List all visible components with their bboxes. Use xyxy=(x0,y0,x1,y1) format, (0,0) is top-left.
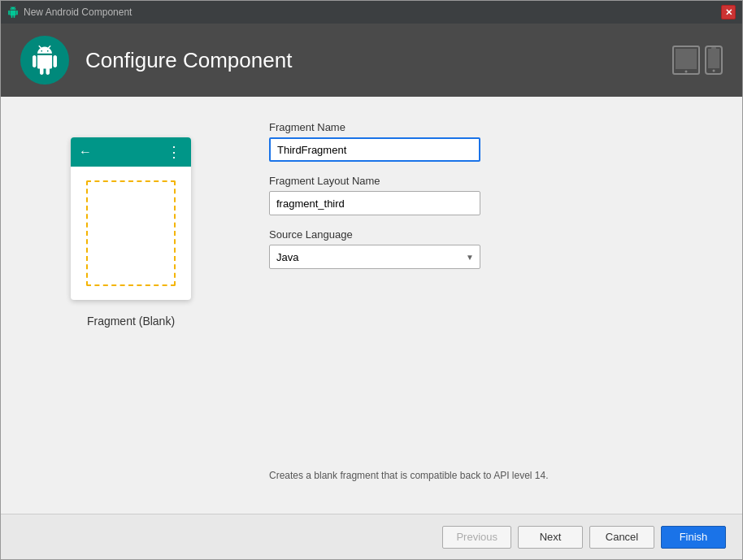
tablet-icon xyxy=(672,46,700,75)
next-button[interactable]: Next xyxy=(518,526,583,549)
source-language-label: Source Language xyxy=(269,228,718,241)
svg-point-2 xyxy=(685,71,688,73)
fragment-name-input[interactable] xyxy=(269,137,480,162)
fragment-preview: ← ⋮ xyxy=(71,137,191,300)
cancel-button[interactable]: Cancel xyxy=(589,526,654,549)
header: Configure Component xyxy=(1,24,742,97)
fragment-name-group: Fragment Name xyxy=(269,121,718,162)
description-text: Creates a blank fragment that is compati… xyxy=(269,470,549,481)
description-area: Creates a blank fragment that is compati… xyxy=(269,282,718,497)
svg-rect-6 xyxy=(711,48,716,49)
preview-body xyxy=(71,167,191,300)
phone-icon xyxy=(705,46,723,75)
title-bar: New Android Component ✕ xyxy=(1,1,742,24)
fragment-layout-label: Fragment Layout Name xyxy=(269,175,718,187)
header-logo xyxy=(20,36,69,85)
android-title-icon xyxy=(7,7,19,18)
left-panel: ← ⋮ Fragment (Blank) xyxy=(25,113,237,497)
close-button[interactable]: ✕ xyxy=(721,5,736,20)
window: New Android Component ✕ Configure Compon… xyxy=(0,0,743,560)
finish-button[interactable]: Finish xyxy=(661,526,726,549)
header-title: Configure Component xyxy=(85,48,656,73)
preview-back-icon: ← xyxy=(79,145,92,159)
preview-label: Fragment (Blank) xyxy=(87,315,175,328)
svg-rect-1 xyxy=(676,49,697,69)
svg-rect-4 xyxy=(708,49,719,68)
source-language-wrapper: Java Kotlin ▼ xyxy=(269,245,480,269)
main-content: ← ⋮ Fragment (Blank) Fragment Name Fragm… xyxy=(1,97,742,514)
fragment-name-label: Fragment Name xyxy=(269,121,718,133)
fragment-layout-group: Fragment Layout Name xyxy=(269,175,718,215)
close-icon: ✕ xyxy=(725,7,732,18)
android-logo-icon xyxy=(30,46,59,75)
title-bar-title: New Android Component xyxy=(24,7,132,18)
fragment-layout-input[interactable] xyxy=(269,191,480,215)
device-icons xyxy=(672,46,723,75)
svg-point-5 xyxy=(713,70,715,72)
title-bar-left: New Android Component xyxy=(7,7,132,18)
preview-toolbar: ← ⋮ xyxy=(71,137,191,167)
previous-button[interactable]: Previous xyxy=(442,526,511,549)
footer: Previous Next Cancel Finish xyxy=(1,514,742,559)
right-panel: Fragment Name Fragment Layout Name Sourc… xyxy=(269,113,718,497)
source-language-select[interactable]: Java Kotlin xyxy=(269,245,480,269)
source-language-group: Source Language Java Kotlin ▼ xyxy=(269,228,718,269)
preview-dashed-area xyxy=(86,180,176,286)
preview-menu-icon: ⋮ xyxy=(167,143,183,161)
